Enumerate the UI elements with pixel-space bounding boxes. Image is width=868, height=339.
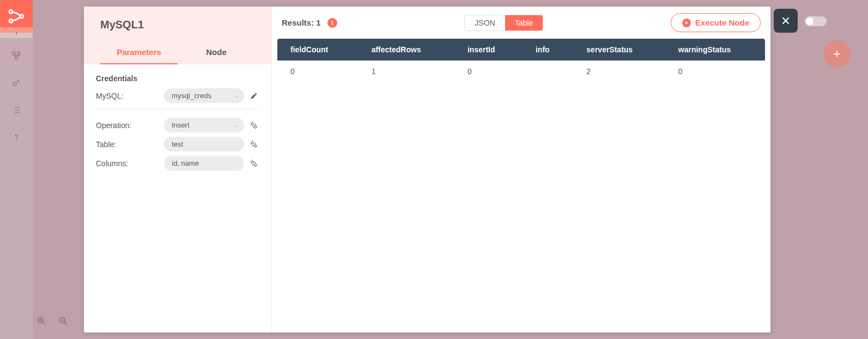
results-count: 1 [316, 18, 320, 27]
svg-point-25 [252, 161, 254, 163]
table-row: 0 1 0 2 0 [277, 60, 765, 82]
info-icon[interactable]: i [327, 18, 337, 28]
cred-label: MySQL: [96, 92, 160, 100]
sidebar-expand[interactable]: › [0, 27, 33, 38]
columns-input[interactable]: id, name [164, 156, 244, 171]
cell: 0 [665, 60, 765, 82]
svg-rect-5 [15, 57, 18, 59]
chevron-down-icon: ⌄ [234, 92, 239, 98]
svg-line-19 [65, 323, 67, 325]
execute-node-button[interactable]: Execute Node [671, 13, 761, 32]
column-header: affectedRows [359, 39, 454, 60]
results-label: Results: 1 [282, 18, 321, 27]
operation-settings-button[interactable] [248, 120, 259, 131]
tab-parameters[interactable]: Parameters [100, 41, 178, 64]
columns-value: id, name [172, 159, 199, 167]
cell: 0 [454, 60, 523, 82]
node-title: MySQL1 [100, 19, 255, 31]
table-header-row: fieldCount affectedRows insertId info se… [277, 39, 765, 60]
app-sidebar: › [0, 0, 33, 339]
operation-value: Insert [172, 121, 190, 129]
results-label-text: Results: [282, 18, 314, 27]
zoom-out-icon[interactable] [58, 316, 69, 329]
list-icon[interactable] [10, 104, 23, 117]
svg-point-21 [252, 123, 254, 125]
table-label: Table: [96, 140, 160, 149]
svg-point-23 [252, 142, 254, 144]
table-settings-button[interactable] [248, 139, 259, 150]
column-header: insertId [454, 39, 523, 60]
svg-rect-3 [13, 52, 15, 55]
columns-label: Columns: [96, 159, 160, 168]
zoom-controls [36, 316, 69, 329]
left-pane: MySQL1 Parameters Node Credentials MySQL… [84, 7, 272, 332]
tab-node[interactable]: Node [178, 41, 255, 64]
chevron-right-icon: › [15, 29, 17, 37]
divider [96, 108, 259, 109]
node-editor-modal: MySQL1 Parameters Node Credentials MySQL… [84, 7, 770, 332]
svg-point-13 [16, 140, 17, 140]
column-header: info [523, 39, 573, 60]
column-header: fieldCount [277, 39, 359, 60]
svg-point-2 [20, 15, 23, 18]
svg-point-6 [13, 82, 16, 86]
view-table-button[interactable]: Table [505, 15, 543, 31]
table-input[interactable]: test [164, 137, 244, 152]
workflow-icon[interactable] [10, 49, 23, 62]
svg-rect-4 [17, 52, 20, 55]
cell: 1 [359, 60, 454, 82]
activation-toggle[interactable] [805, 16, 827, 26]
view-toggle: JSON Table [464, 15, 543, 31]
add-node-fab[interactable]: + [823, 40, 851, 68]
cred-value: mysql_creds [172, 92, 211, 100]
operation-label: Operation: [96, 121, 160, 130]
cell: 0 [277, 60, 359, 82]
zoom-in-icon[interactable] [36, 316, 47, 329]
cell [523, 60, 573, 82]
right-pane: Results: 1 i JSON Table Execute Node fie… [272, 7, 770, 332]
key-icon[interactable] [10, 76, 23, 89]
results-table: fieldCount affectedRows insertId info se… [277, 39, 765, 82]
cell: 2 [573, 60, 665, 82]
table-value: test [172, 140, 183, 148]
edit-credentials-button[interactable] [248, 90, 259, 101]
column-header: serverStatus [573, 39, 665, 60]
svg-point-1 [9, 19, 13, 22]
close-button[interactable] [774, 9, 798, 33]
operation-select[interactable]: Insert ⌄ [164, 118, 244, 132]
svg-point-0 [9, 10, 13, 13]
view-json-button[interactable]: JSON [465, 15, 505, 31]
plus-icon: + [833, 46, 841, 62]
chevron-down-icon: ⌄ [234, 122, 239, 128]
execute-label: Execute Node [695, 18, 749, 27]
cred-select[interactable]: mysql_creds ⌄ [164, 88, 244, 103]
play-icon [682, 19, 691, 27]
help-icon[interactable] [10, 131, 23, 144]
credentials-heading: Credentials [96, 74, 259, 83]
column-header: warningStatus [665, 39, 765, 60]
svg-line-15 [43, 323, 45, 325]
columns-settings-button[interactable] [248, 158, 259, 169]
